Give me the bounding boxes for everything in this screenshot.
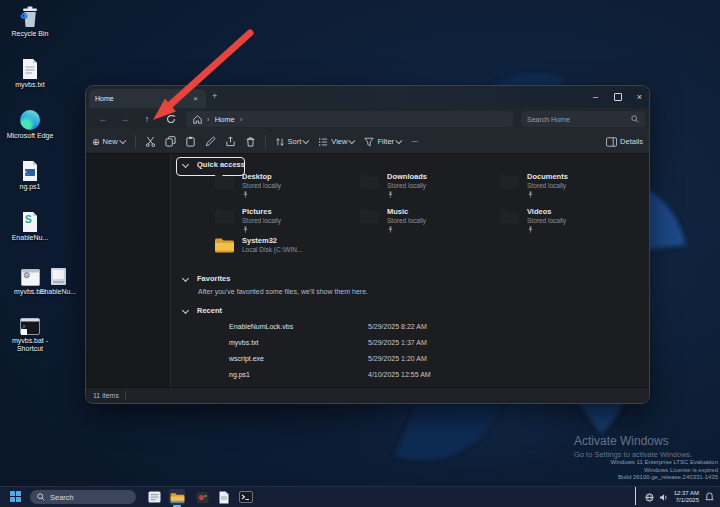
taskbar-file-explorer[interactable] <box>169 489 185 505</box>
tile-name: Downloads <box>387 172 427 181</box>
quick-access-tile-system32[interactable]: System32 Local Disk (C:\WIN... <box>214 236 354 253</box>
section-title: Favorites <box>197 274 230 283</box>
view-label: View <box>331 137 347 146</box>
breadcrumb[interactable]: › Home › <box>186 111 513 127</box>
section-header-quick-access[interactable]: Quick access <box>183 160 245 169</box>
tile-detail: Stored locally <box>527 217 566 224</box>
chevron-down-icon <box>303 137 310 144</box>
pin-icon <box>242 191 249 198</box>
desktop-icon-label: ng.ps1 <box>0 183 60 191</box>
taskbar-search[interactable]: Search <box>30 490 136 504</box>
tile-name: Pictures <box>242 207 281 216</box>
up-button[interactable]: ↑ <box>138 111 156 127</box>
tile-detail: Stored locally <box>242 182 281 189</box>
quick-access-tile-music[interactable]: Music Stored locally <box>359 207 499 233</box>
network-icon[interactable] <box>645 493 654 502</box>
folder-icon <box>214 173 235 189</box>
taskbar-app-document[interactable] <box>216 489 232 505</box>
filter-button[interactable]: Filter <box>364 137 402 147</box>
paste-icon <box>185 136 196 147</box>
taskbar-app-terminal[interactable] <box>238 489 254 505</box>
see-more-button[interactable]: ⋯ <box>411 137 419 146</box>
desktop-icon-label: EnableNu... <box>0 234 60 242</box>
desktop-icon-label: Microsoft Edge <box>0 132 60 140</box>
item-count: 11 items <box>93 392 119 399</box>
folder-icon <box>499 208 520 224</box>
maximize-button[interactable] <box>607 86 628 107</box>
recent-file-name[interactable]: EnableNumLock.vbs <box>229 323 293 330</box>
new-tab-button[interactable]: + <box>212 91 217 101</box>
start-icon <box>10 497 15 502</box>
copy-button[interactable] <box>165 136 176 147</box>
start-button[interactable] <box>10 491 22 503</box>
license-line: Windows License is expired <box>611 467 719 475</box>
recent-file-name[interactable]: myvbs.txt <box>229 339 259 346</box>
refresh-button[interactable] <box>162 111 180 127</box>
tile-detail: Stored locally <box>242 217 281 224</box>
sort-button[interactable]: Sort <box>275 137 310 147</box>
activate-windows-watermark: Activate Windows <box>574 434 669 448</box>
tile-detail: Stored locally <box>527 182 568 189</box>
close-button[interactable]: × <box>629 86 650 107</box>
desktop-icon-ng-ps1[interactable]: >_ ng.ps1 <box>0 155 60 191</box>
taskbar: Search <box>0 486 720 507</box>
view-button[interactable]: View <box>318 137 355 147</box>
minimize-button[interactable]: – <box>585 86 606 107</box>
rename-button[interactable] <box>205 136 216 147</box>
tab-home[interactable]: Home × <box>89 89 206 108</box>
start-icon <box>10 491 15 496</box>
desktop-icon-enablenumlock-installer[interactable]: EnableNu... <box>28 260 88 296</box>
volume-icon[interactable] <box>659 493 668 502</box>
section-header-recent[interactable]: Recent <box>183 306 222 315</box>
quick-access-tile-videos[interactable]: Videos Stored locally <box>499 207 639 233</box>
desktop-icon-myvbs-txt[interactable]: myvbs.txt <box>0 53 60 89</box>
rename-icon <box>205 136 216 147</box>
quick-access-tile-downloads[interactable]: Downloads Stored locally <box>359 172 499 198</box>
new-button[interactable]: ⊕ New <box>92 137 126 147</box>
section-title: Quick access <box>197 160 245 169</box>
quick-access-tile-pictures[interactable]: Pictures Stored locally <box>214 207 354 233</box>
quick-access-tile-desktop[interactable]: Desktop Stored locally <box>214 172 354 198</box>
new-label: New <box>103 137 118 146</box>
taskbar-app-media[interactable] <box>194 489 210 505</box>
file-explorer-icon <box>170 491 185 504</box>
recent-file-name[interactable]: wscript.exe <box>229 355 264 362</box>
installer-file-icon <box>28 260 88 286</box>
desktop-icon-microsoft-edge[interactable]: Microsoft Edge <box>0 104 60 140</box>
taskbar-clock[interactable]: 12:37 AM 7/1/2025 <box>674 490 699 504</box>
tab-strip[interactable]: Home × + – × <box>86 86 649 108</box>
details-button[interactable]: Details <box>606 137 643 147</box>
delete-button[interactable] <box>245 136 256 147</box>
tile-name: Documents <box>527 172 568 181</box>
section-header-favorites[interactable]: Favorites <box>183 274 230 283</box>
search-box[interactable]: Search Home <box>521 111 645 127</box>
desktop-icon-label: myvbs.txt <box>0 81 60 89</box>
text-file-icon <box>0 53 60 79</box>
desktop-icon-enablenumlock-vbs[interactable]: S EnableNu... <box>0 206 60 242</box>
back-button[interactable]: ← <box>94 111 112 127</box>
paste-button[interactable] <box>185 136 196 147</box>
address-bar: ← → ↑ › Home › Search Home <box>86 108 649 130</box>
tray-chevron-up[interactable] <box>635 488 636 506</box>
pin-icon <box>387 191 394 198</box>
recent-file-date: 5/29/2025 1:37 AM <box>368 339 427 346</box>
cut-button[interactable] <box>145 136 156 147</box>
tab-close-icon[interactable]: × <box>191 94 200 103</box>
forward-button[interactable]: → <box>116 111 134 127</box>
navigation-pane[interactable] <box>86 154 171 387</box>
shortcut-arrow-glyph: ↗ <box>21 323 26 330</box>
search-placeholder: Search Home <box>527 116 631 123</box>
quick-access-tile-documents[interactable]: Documents Stored locally <box>499 172 639 198</box>
sort-label: Sort <box>288 137 302 146</box>
chevron-down-icon <box>182 161 189 168</box>
taskbar-app-window[interactable] <box>146 489 162 505</box>
breadcrumb-home[interactable]: Home <box>215 115 235 124</box>
desktop-icon-recycle-bin[interactable]: ♻ Recycle Bin <box>0 2 60 38</box>
activate-windows-subtext: Go to Settings to activate Windows. <box>574 450 692 459</box>
notification-bell-icon[interactable] <box>705 492 714 502</box>
desktop-icon-myvbs-bat-shortcut[interactable]: ↗ myvbs.bat - Shortcut <box>0 309 60 354</box>
clock-time: 12:37 AM <box>674 490 699 497</box>
share-button[interactable] <box>225 136 236 147</box>
pin-icon <box>242 226 249 233</box>
recent-file-name[interactable]: ng.ps1 <box>229 371 250 378</box>
